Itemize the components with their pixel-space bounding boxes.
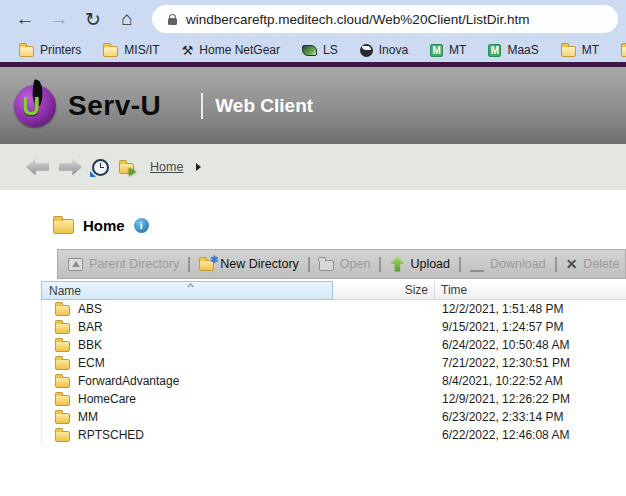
download-icon	[470, 257, 484, 272]
bookmark-misit[interactable]: MIS/IT	[94, 41, 168, 59]
browser-toolbar: ← → ↻ ⌂ windbercareftp.meditech.cloud/We…	[0, 0, 626, 38]
column-header-size[interactable]: Size	[333, 281, 435, 300]
meditech-m-icon	[430, 44, 443, 57]
folder-icon	[55, 341, 70, 352]
column-header-time[interactable]: Time	[435, 281, 626, 300]
folder-icon	[55, 431, 70, 442]
delete-icon: ✕	[566, 257, 578, 271]
tools-icon: ⚒	[182, 44, 194, 57]
table-row-ecm[interactable]: ECM 7/21/2022, 12:30:51 PM	[42, 354, 626, 372]
folder-icon	[55, 377, 70, 388]
upload-icon	[390, 257, 404, 272]
page-title-row: Home	[53, 190, 626, 234]
table-row-forwardadvantage[interactable]: ForwardAdvantage 8/4/2021, 10:22:52 AM	[42, 372, 626, 390]
new-directory-icon: ✱	[199, 260, 214, 271]
refresh-directory-icon[interactable]	[119, 163, 134, 174]
globe-icon	[360, 44, 373, 57]
parent-directory-button[interactable]: Parent Directory	[68, 257, 179, 271]
folder-icon	[561, 46, 576, 57]
toolbar-separator	[555, 257, 557, 272]
new-directory-button[interactable]: ✱ New Directory	[199, 257, 299, 271]
ls-badge-icon	[302, 45, 317, 56]
nav-forward-icon[interactable]	[59, 159, 82, 176]
url-text: windbercareftp.meditech.cloud/Web%20Clie…	[186, 12, 529, 27]
folder-icon	[53, 219, 74, 234]
folder-icon	[103, 46, 118, 57]
table-row-bar[interactable]: BAR 9/15/2021, 1:24:57 PM	[42, 318, 626, 336]
servu-logo-icon: U	[14, 85, 56, 127]
navigation-bar: Home	[0, 144, 626, 190]
delete-button[interactable]: ✕ Delete	[566, 257, 620, 271]
app-subtitle: Web Client	[215, 95, 313, 117]
browser-forward-icon[interactable]: →	[42, 5, 76, 33]
folder-icon	[55, 413, 70, 424]
brand-title: Serv-U	[68, 90, 161, 122]
table-row-bbk[interactable]: BBK 6/24/2022, 10:50:48 AM	[42, 336, 626, 354]
bookmark-e[interactable]: E	[612, 41, 626, 59]
bookmark-ls[interactable]: LS	[293, 41, 347, 59]
bookmark-home-netgear[interactable]: ⚒ Home NetGear	[173, 41, 289, 59]
folder-icon	[55, 359, 70, 370]
folder-icon	[55, 323, 70, 334]
table-row-mm[interactable]: MM 6/23/2022, 2:33:14 PM	[42, 408, 626, 426]
toolbar-separator	[379, 257, 381, 272]
app-header: U Serv-U Web Client	[0, 67, 626, 144]
open-button[interactable]: Open	[319, 257, 371, 271]
folder-icon	[55, 305, 70, 316]
open-folder-icon	[319, 260, 334, 271]
breadcrumb-caret-icon[interactable]	[196, 163, 201, 171]
sort-ascending-icon	[187, 283, 194, 287]
info-icon[interactable]	[134, 218, 149, 233]
parent-directory-icon	[68, 258, 83, 271]
bookmark-maas[interactable]: MaaS	[479, 41, 547, 59]
table-row-homecare[interactable]: HomeCare 12/9/2021, 12:26:22 PM	[42, 390, 626, 408]
header-divider	[201, 93, 203, 119]
history-icon[interactable]	[92, 159, 109, 176]
file-toolbar: Parent Directory ✱ New Directory Open Up…	[57, 249, 626, 279]
breadcrumb-home[interactable]: Home	[150, 160, 183, 174]
bookmark-inova[interactable]: Inova	[351, 41, 417, 59]
table-row-rptsched[interactable]: RPTSCHED 6/22/2022, 12:46:08 AM	[42, 426, 626, 444]
upload-button[interactable]: Upload	[390, 257, 450, 272]
bookmark-mt-2[interactable]: MT	[552, 41, 608, 59]
table-body: ABS 12/2/2021, 1:51:48 PM BAR 9/15/2021,…	[41, 300, 626, 444]
bookmark-printers[interactable]: Printers	[10, 41, 90, 59]
bookmarks-bar: Printers MIS/IT ⚒ Home NetGear LS Inova …	[0, 38, 626, 62]
address-bar[interactable]: windbercareftp.meditech.cloud/Web%20Clie…	[152, 5, 618, 33]
padlock-icon	[168, 18, 177, 25]
browser-reload-icon[interactable]: ↻	[76, 5, 110, 33]
meditech-m-icon	[488, 44, 501, 57]
bookmark-mt-1[interactable]: MT	[421, 41, 475, 59]
folder-icon	[19, 46, 34, 57]
column-header-name[interactable]: Name	[41, 281, 333, 300]
file-table: Name Size Time ABS 12/2/2021, 1:51:48 PM…	[41, 281, 626, 444]
table-header: Name Size Time	[41, 281, 626, 300]
directory-view: Home Parent Directory ✱ New Directory Op…	[0, 190, 626, 496]
browser-back-icon[interactable]: ←	[8, 5, 42, 33]
folder-icon	[621, 46, 626, 57]
toolbar-separator	[308, 257, 310, 272]
nav-back-icon[interactable]	[26, 159, 49, 176]
browser-home-icon[interactable]: ⌂	[110, 5, 144, 33]
folder-icon	[55, 395, 70, 406]
download-button[interactable]: Download	[470, 257, 546, 272]
toolbar-separator	[188, 257, 190, 272]
toolbar-separator	[459, 257, 461, 272]
table-row-abs[interactable]: ABS 12/2/2021, 1:51:48 PM	[42, 300, 626, 318]
page-title: Home	[83, 217, 125, 234]
